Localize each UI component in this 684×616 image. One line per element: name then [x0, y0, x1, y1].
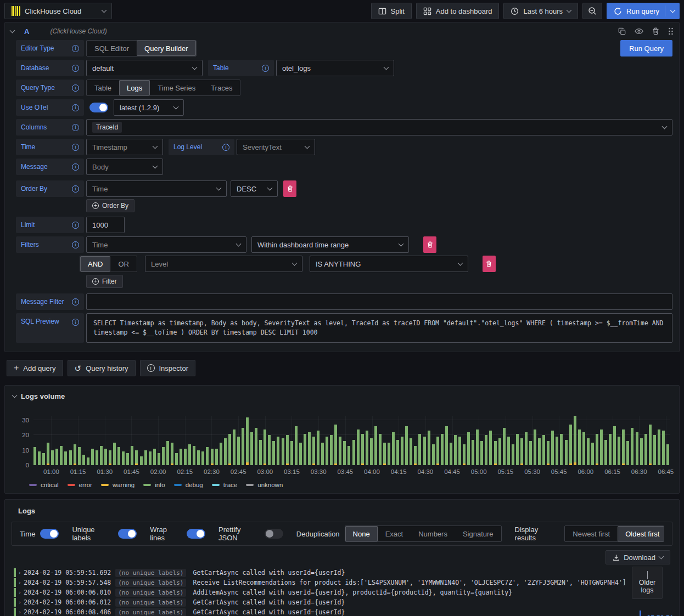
bar[interactable] — [308, 432, 311, 465]
bar[interactable] — [489, 431, 492, 465]
filter2-operator-select[interactable]: IS ANYTHING — [310, 256, 468, 272]
bar[interactable] — [498, 438, 501, 465]
bar[interactable] — [529, 441, 532, 465]
filter-field-select[interactable]: Time — [86, 236, 246, 253]
remove-filter2-button[interactable] — [483, 256, 496, 272]
bar[interactable] — [47, 443, 49, 465]
bar[interactable] — [653, 435, 656, 465]
bar[interactable] — [538, 438, 541, 465]
unique-labels-toggle[interactable] — [118, 529, 137, 539]
option-sql-editor[interactable]: SQL Editor — [87, 41, 137, 56]
bar[interactable] — [494, 441, 497, 465]
log-row[interactable]: ›2024-02-19 06:00:08.486(no unique label… — [14, 607, 679, 616]
option-table[interactable]: Table — [87, 80, 119, 95]
bar[interactable] — [259, 440, 262, 465]
bar[interactable] — [343, 441, 346, 465]
run-query-button[interactable]: Run query — [607, 3, 680, 19]
info-icon[interactable]: i — [222, 144, 229, 151]
bar[interactable] — [233, 429, 236, 465]
bar[interactable] — [295, 426, 298, 465]
run-query-inline-button[interactable]: Run Query — [620, 40, 672, 56]
expand-log-chevron-icon[interactable]: › — [16, 570, 24, 575]
bar[interactable] — [55, 449, 58, 465]
bar[interactable] — [410, 438, 412, 465]
bar[interactable] — [480, 441, 483, 465]
bar[interactable] — [166, 441, 169, 465]
legend-item-unknown[interactable]: unknown — [246, 482, 283, 488]
chevron-down-icon[interactable] — [670, 7, 676, 13]
bar[interactable] — [565, 440, 568, 465]
bar[interactable] — [658, 429, 660, 465]
bar[interactable] — [516, 434, 519, 465]
bar[interactable] — [126, 453, 129, 465]
bar[interactable] — [551, 431, 554, 465]
bar[interactable] — [317, 431, 319, 465]
bar[interactable] — [153, 449, 156, 465]
info-icon[interactable]: i — [72, 319, 79, 326]
bar[interactable] — [347, 446, 350, 465]
option-query-builder[interactable]: Query Builder — [137, 41, 195, 56]
bar[interactable] — [352, 440, 355, 465]
bar[interactable] — [366, 431, 368, 465]
option-oldest-first[interactable]: Oldest first — [618, 526, 664, 541]
bar[interactable] — [578, 429, 581, 465]
legend-item-trace[interactable]: trace — [212, 482, 238, 488]
log-row[interactable]: ›2024-02-19 05:59:51.692(no unique label… — [14, 568, 679, 578]
bar[interactable] — [117, 447, 120, 465]
order-by-field-select[interactable]: Time — [86, 180, 227, 197]
bar[interactable] — [162, 447, 165, 465]
duplicate-query-icon[interactable] — [618, 27, 626, 35]
bar[interactable] — [334, 425, 337, 465]
zoom-out-button[interactable] — [582, 3, 602, 19]
info-icon[interactable]: i — [72, 65, 79, 72]
scroll-position-bar[interactable] — [640, 611, 641, 616]
remove-filter-button[interactable] — [423, 236, 436, 253]
bar[interactable] — [414, 446, 417, 465]
bar[interactable] — [69, 450, 72, 465]
bar[interactable] — [60, 446, 63, 465]
legend-item-warning[interactable]: warning — [101, 482, 134, 488]
bar[interactable] — [644, 434, 647, 465]
bar[interactable] — [220, 443, 222, 465]
bar[interactable] — [171, 443, 173, 465]
log-row[interactable]: ›2024-02-19 06:00:06.010(no unique label… — [14, 587, 679, 597]
add-query-button[interactable]: + Add query — [7, 360, 63, 376]
bar[interactable] — [87, 457, 89, 465]
bar[interactable] — [618, 437, 620, 465]
bar[interactable] — [140, 456, 143, 465]
bar[interactable] — [463, 444, 466, 465]
info-icon[interactable]: i — [72, 45, 79, 52]
datasource-picker[interactable]: ClickHouse Cloud — [4, 3, 112, 19]
bar[interactable] — [246, 417, 249, 465]
limit-input[interactable]: 1000 — [86, 217, 125, 233]
info-icon[interactable]: i — [72, 104, 79, 111]
bar[interactable] — [600, 429, 603, 465]
bar[interactable] — [604, 440, 607, 465]
bar[interactable] — [662, 431, 665, 465]
bar[interactable] — [361, 434, 364, 465]
time-column-select[interactable]: Timestamp — [86, 139, 163, 155]
bar[interactable] — [392, 432, 395, 465]
bar[interactable] — [507, 437, 510, 465]
info-icon[interactable]: i — [262, 65, 269, 72]
bar[interactable] — [326, 437, 328, 465]
bar[interactable] — [458, 437, 461, 465]
bar[interactable] — [321, 443, 324, 465]
bar[interactable] — [622, 429, 625, 465]
bar[interactable] — [33, 447, 36, 465]
option-or[interactable]: OR — [110, 256, 137, 272]
bar[interactable] — [454, 435, 457, 465]
legend-item-critical[interactable]: critical — [29, 482, 59, 488]
bar[interactable] — [100, 446, 103, 465]
split-button[interactable]: Split — [371, 3, 412, 19]
info-icon[interactable]: i — [72, 163, 79, 171]
bar[interactable] — [38, 451, 41, 465]
bar[interactable] — [631, 428, 633, 465]
bar[interactable] — [587, 438, 590, 465]
bar[interactable] — [560, 434, 563, 465]
bar[interactable] — [228, 434, 231, 465]
info-icon[interactable]: i — [72, 185, 79, 193]
query-history-button[interactable]: ↺ Query history — [68, 360, 136, 376]
add-filter-button[interactable]: + Filter — [86, 275, 123, 288]
bar[interactable] — [428, 431, 430, 465]
